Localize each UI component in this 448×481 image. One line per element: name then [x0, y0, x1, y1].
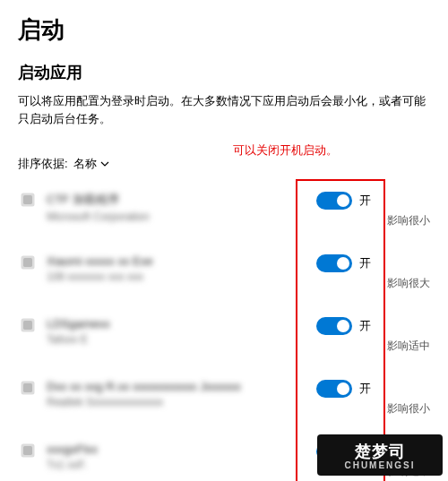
- startup-toggle[interactable]: [316, 254, 352, 272]
- startup-app-row: CTF 加载程序Microsoft Corporation开影响很小: [18, 185, 430, 247]
- section-description: 可以将应用配置为登录时启动。在大多数情况下应用启动后会最小化，或者可能只启动后台…: [18, 92, 430, 128]
- svg-rect-3: [23, 258, 32, 267]
- sort-control[interactable]: 排序依据: 名称: [18, 156, 430, 172]
- chevron-down-icon: [100, 158, 109, 171]
- app-icon: [18, 253, 38, 272]
- impact-label: 影响很小: [375, 213, 430, 228]
- app-name: LDSgamexx: [47, 317, 316, 331]
- app-name: Xiaomi xxxxx xx Exe: [47, 254, 316, 268]
- toggle-state-label: 开: [359, 255, 371, 271]
- startup-app-row: LDSgamexxTafoxx E开影响适中: [18, 310, 430, 373]
- toggle-state-label: 开: [359, 318, 371, 334]
- toggle-state-label: 开: [359, 381, 371, 397]
- startup-app-row: Dxx xx xxg R.xx xxxxxxxxxxx JxxxxxxRealt…: [18, 373, 430, 435]
- app-publisher: Realtek Sxxxxxxxxxxxxx: [47, 396, 316, 408]
- page-title: 启动: [18, 14, 430, 46]
- app-publisher: Tx1 xxF.: [47, 459, 316, 471]
- app-name: Dxx xx xxg R.xx xxxxxxxxxxx Jxxxxxx: [47, 380, 316, 393]
- sort-value: 名称: [73, 156, 97, 172]
- impact-label: 影响很小: [375, 401, 430, 417]
- app-publisher: Tafoxx E: [47, 333, 316, 346]
- app-icon: [18, 190, 38, 210]
- svg-rect-9: [23, 446, 32, 455]
- app-publisher: 108 xxxxxxx xxx xxx: [47, 271, 316, 283]
- startup-toggle[interactable]: [316, 192, 352, 210]
- startup-toggle[interactable]: [316, 380, 352, 398]
- sort-label: 排序依据:: [18, 156, 68, 172]
- impact-label: 影响适中: [375, 339, 430, 354]
- svg-rect-1: [23, 195, 32, 204]
- watermark-logo: 楚梦司 CHUMENGSI: [317, 434, 443, 476]
- app-icon: [18, 378, 38, 398]
- toggle-state-label: 开: [359, 193, 371, 209]
- svg-rect-5: [23, 321, 32, 330]
- app-publisher: Microsoft Corporation: [47, 210, 316, 223]
- app-name: xxxgxFlxx: [47, 442, 316, 456]
- svg-rect-7: [23, 383, 32, 392]
- app-icon: [18, 441, 38, 460]
- app-icon: [18, 315, 38, 335]
- section-title: 启动应用: [18, 62, 430, 83]
- app-name: CTF 加载程序: [47, 192, 316, 208]
- startup-app-row: Xiaomi xxxxx xx Exe108 xxxxxxx xxx xxx开影…: [18, 247, 430, 310]
- startup-toggle[interactable]: [316, 317, 352, 335]
- impact-label: 影响很大: [375, 276, 430, 291]
